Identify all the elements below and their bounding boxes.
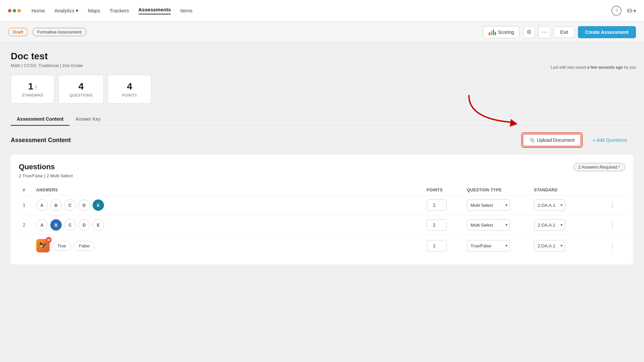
questions-section: Questions 2 Answers Required * 2 True/Fa… [11,155,633,264]
standard-select-3[interactable]: 2.OA.A.1 2.OA.A.2 [534,240,565,251]
stat-points: 4 POINTS [108,75,151,104]
tab-answer-key[interactable]: Answer Key [69,113,107,126]
nav-home[interactable]: Home [32,8,45,13]
user-chevron-icon: ▾ [634,8,636,13]
stats-row: 1 ℹ STANDARD 4 QUESTIONS 4 POINTS [11,75,633,104]
row-1-qtype: Multi Select True/False Multiple Choice [467,199,534,211]
answer-circle-D[interactable]: D [78,219,90,231]
row-2-standard: 2.OA.A.1 2.OA.A.2 [534,219,608,231]
paperclip-icon: 📎 [529,137,535,143]
answers-required-badge: 2 Answers Required * [573,163,625,171]
row-1-num: 1 [23,202,36,208]
col-points: Points [427,188,467,192]
nav-trackers[interactable]: Trackers [110,8,129,13]
toolbar-left: Draft Formative Assessment [8,28,87,36]
answer-circle-C[interactable]: C [64,199,76,211]
nav-links: Home Analytics ▾ Maps Trackers Assessmen… [32,7,601,14]
stat-standard: 1 ℹ STANDARD [11,75,54,104]
points-input-3[interactable] [427,240,447,251]
table-row: 2 A B C D E Multi Select True/False Mult… [19,215,625,235]
col-num: # [23,188,36,192]
nav-bar: Home Analytics ▾ Maps Trackers Assessmen… [0,0,644,21]
tab-assessment-content[interactable]: Assessment Content [11,113,69,126]
answer-circle-E[interactable]: E [93,199,104,211]
scoring-button[interactable]: Scoring [483,26,520,38]
questions-title: Questions [19,163,55,171]
true-btn[interactable]: True [52,241,71,251]
row-3-qtype: Multi Select True/False Multiple Choice [467,240,534,251]
qtype-select-2[interactable]: Multi Select True/False Multiple Choice [467,219,510,231]
table-row: 1 A B C D E Multi Select True/False Mult… [19,195,625,215]
settings-button[interactable]: ⚙ [523,26,535,38]
nav-maps[interactable]: Maps [88,8,100,13]
assessment-content-title: Assessment Content [11,137,71,144]
stat-questions-label: QUESTIONS [69,93,93,97]
nav-analytics[interactable]: Analytics ▾ [54,8,78,14]
sticker-icon: 🦅 38 [36,239,50,252]
gear-icon: ⚙ [527,29,531,35]
doc-title: Doc test [11,51,633,62]
answer-circle-D[interactable]: D [78,199,90,211]
user-menu[interactable]: Eli ▾ [627,8,636,13]
formative-badge[interactable]: Formative Assessment [32,28,87,36]
content-actions: 📎 Upload Document + Add Questions [521,132,633,148]
table-row: 🦅 38 True False Multi Select True/False … [19,235,625,256]
last-edit-text: Last edit was saved a few seconds ago by… [551,65,636,70]
row-3-standard: 2.OA.A.1 2.OA.A.2 [534,240,608,251]
nav-items[interactable]: Items [180,8,193,13]
stat-points-label: POINTS [119,93,140,97]
standard-select-2[interactable]: 2.OA.A.1 2.OA.A.2 [534,219,565,231]
row-2-more[interactable]: ⋮ [608,220,617,230]
answer-circle-A[interactable]: A [36,199,48,211]
qtype-select-wrapper-2: Multi Select True/False Multiple Choice [467,219,510,231]
row-2-num: 2 [23,222,36,228]
create-assessment-button[interactable]: Create Assessment [578,26,636,38]
row-1-standard: 2.OA.A.1 2.OA.A.2 [534,199,608,211]
qtype-select-3[interactable]: Multi Select True/False Multiple Choice [467,240,510,251]
info-icon[interactable]: ℹ [35,84,37,89]
row-2-qtype: Multi Select True/False Multiple Choice [467,219,534,231]
qtype-select-wrapper-1: Multi Select True/False Multiple Choice [467,199,510,211]
points-input-2[interactable] [427,219,447,231]
qtype-select-1[interactable]: Multi Select True/False Multiple Choice [467,199,510,211]
standard-select-wrapper-1: 2.OA.A.1 2.OA.A.2 [534,199,565,211]
content-header: Assessment Content 📎 Upload Document + A… [11,132,633,148]
false-btn[interactable]: False [74,241,95,251]
row-3-points [427,240,467,251]
table-header: # Answers Points Question type Standard [19,185,625,195]
col-standard: Standard [534,188,608,192]
row-3-more[interactable]: ⋮ [608,241,617,250]
sticker-badge: 38 [46,237,52,243]
help-button[interactable]: ? [611,6,622,16]
more-options-button[interactable]: ⋯ [538,26,550,38]
stat-standard-label: STANDARD [22,93,43,97]
row-2-points [427,219,467,231]
col-answers: Answers [36,188,427,192]
upload-document-button[interactable]: 📎 Upload Document [523,134,581,146]
scoring-icon [489,29,496,35]
row-1-more[interactable]: ⋮ [608,200,617,210]
answer-circle-C[interactable]: C [64,219,76,231]
row-3-sticker: 🦅 38 True False [36,239,427,252]
add-questions-button[interactable]: + Add Questions [587,134,633,146]
answer-circle-A[interactable]: A [36,219,48,231]
upload-highlight: 📎 Upload Document [521,132,583,148]
questions-meta: 2 True/False | 2 Multi Select [19,173,625,178]
nav-assessments[interactable]: Assessments [139,7,171,14]
qtype-select-wrapper-3: Multi Select True/False Multiple Choice [467,240,510,251]
answer-circle-E[interactable]: E [93,219,104,231]
answer-circle-B[interactable]: B [50,199,62,211]
app-logo[interactable] [8,9,21,12]
exit-button[interactable]: Exit [554,26,574,38]
toolbar-right: Scoring ⚙ ⋯ Exit Create Assessment [483,26,636,38]
questions-header: Questions 2 Answers Required * [19,163,625,171]
chevron-down-icon: ▾ [76,8,78,14]
col-qtype: Question type [467,188,534,192]
standard-select-1[interactable]: 2.OA.A.1 2.OA.A.2 [534,199,565,211]
draft-badge[interactable]: Draft [8,28,28,36]
points-input-1[interactable] [427,199,447,211]
row-2-answers: A B C D E [36,219,427,231]
doc-subtitle: Math | CCSS: Traditional | 2nd Grade [11,63,633,68]
standard-select-wrapper-2: 2.OA.A.1 2.OA.A.2 [534,219,565,231]
answer-circle-B[interactable]: B [50,219,62,231]
